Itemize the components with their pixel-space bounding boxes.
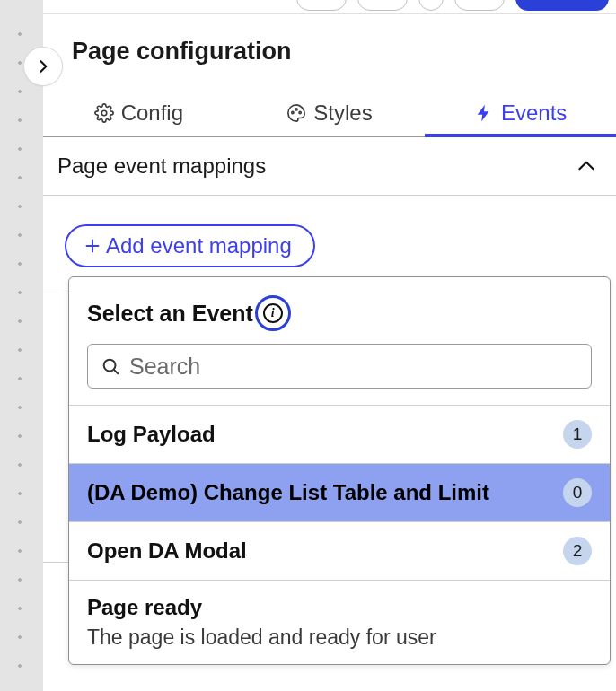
tab-styles[interactable]: Styles (234, 89, 426, 136)
svg-point-3 (299, 111, 301, 113)
toolbar-primary-button[interactable] (515, 0, 609, 11)
event-name: (DA Demo) Change List Table and Limit (87, 480, 489, 505)
panel-collapse-button[interactable] (23, 47, 63, 86)
tab-label: Events (501, 101, 567, 126)
info-icon: i (263, 303, 283, 323)
search-box[interactable] (87, 344, 592, 389)
section-header-row[interactable]: Page event mappings (43, 137, 616, 196)
tab-label: Config (121, 101, 183, 126)
popover-title: Select an Event (87, 301, 253, 327)
event-name: Page ready (87, 595, 436, 620)
event-count-badge: 1 (563, 420, 592, 449)
event-item-log-payload[interactable]: Log Payload 1 (69, 406, 610, 464)
event-name: Log Payload (87, 422, 216, 447)
search-input[interactable] (129, 354, 578, 380)
toolbar-pill[interactable] (454, 0, 505, 11)
event-item-da-demo-change-list[interactable]: (DA Demo) Change List Table and Limit 0 (69, 464, 610, 522)
plus-icon (83, 236, 102, 256)
event-list: Log Payload 1 (DA Demo) Change List Tabl… (69, 406, 610, 664)
popover-header: Select an Event i (69, 277, 610, 344)
event-description: The page is loaded and ready for user (87, 625, 436, 650)
tab-label: Styles (313, 101, 372, 126)
section-title: Page event mappings (57, 153, 266, 179)
search-wrap (69, 344, 610, 405)
svg-line-7 (114, 370, 118, 373)
search-icon (101, 356, 120, 376)
add-event-mapping-label: Add event mapping (106, 233, 292, 258)
event-item-page-ready[interactable]: Page ready The page is loaded and ready … (69, 581, 610, 664)
event-count-badge: 2 (563, 537, 592, 565)
svg-point-0 (101, 110, 107, 116)
info-button[interactable]: i (255, 295, 291, 331)
toolbar-pill[interactable] (357, 0, 408, 11)
svg-point-1 (292, 111, 294, 113)
panel-title: Page configuration (72, 38, 292, 66)
tab-events[interactable]: Events (425, 89, 616, 136)
top-toolbar-sliver (43, 0, 616, 14)
palette-icon (286, 103, 306, 123)
toolbar-pill[interactable] (296, 0, 347, 11)
toolbar-circle-button[interactable] (418, 0, 444, 11)
section-body: Add event mapping (43, 196, 616, 289)
event-item-open-da-modal[interactable]: Open DA Modal 2 (69, 522, 610, 581)
add-event-mapping-button[interactable]: Add event mapping (65, 224, 315, 267)
event-name: Open DA Modal (87, 538, 247, 564)
gear-icon (94, 103, 114, 123)
event-count-badge: 0 (563, 478, 592, 507)
panel-header: Page configuration (43, 14, 616, 89)
tab-config[interactable]: Config (43, 89, 234, 136)
chevron-up-icon (575, 154, 598, 178)
panel-tabs: Config Styles Events (43, 89, 616, 137)
chevron-right-icon (34, 57, 52, 75)
bolt-icon (474, 103, 494, 123)
select-event-popover: Select an Event i Log Payload 1 (DA Demo… (68, 276, 611, 665)
svg-point-2 (295, 108, 297, 109)
